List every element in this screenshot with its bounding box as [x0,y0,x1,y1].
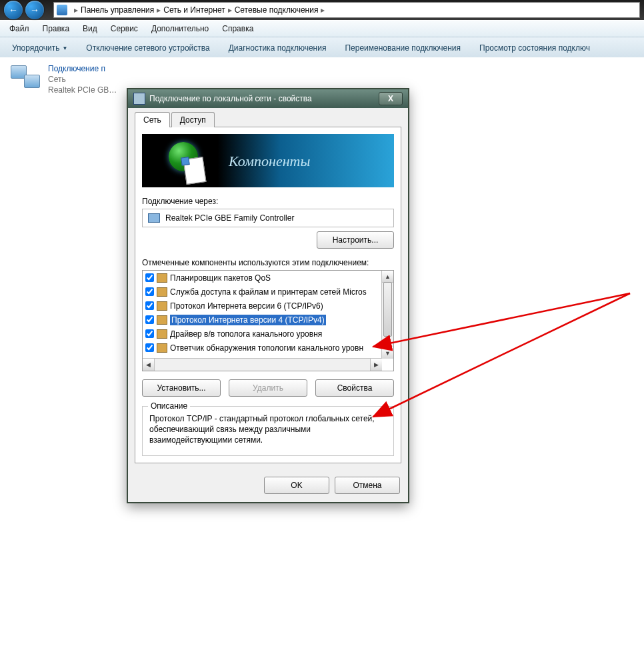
close-button[interactable]: X [379,92,403,105]
organize-button[interactable]: Упорядочить ▼ [3,40,77,56]
breadcrumb-item[interactable]: Панель управления [81,5,154,15]
menu-view[interactable]: Вид [76,22,104,35]
scroll-thumb[interactable] [383,282,392,337]
list-item[interactable]: Служба доступа к файлам и принтерам сете… [143,285,382,299]
checklist-icon [183,157,207,185]
toolbar: Упорядочить ▼ Отключение сетевого устрой… [0,37,644,59]
description-group: Описание Протокол TCP/IP - стандартный п… [142,406,394,456]
chevron-right-icon: ▸ [157,5,161,15]
list-item[interactable]: Планировщик пакетов QoS [143,271,382,285]
rename-button[interactable]: Переименование подключения [335,40,470,56]
component-icon [157,301,167,311]
list-item[interactable]: Ответчик обнаружения топологии канальног… [143,341,382,355]
dialog-title: Подключение по локальной сети - свойства [149,94,379,103]
nic-icon [148,213,160,223]
menu-advanced[interactable]: Дополнительно [145,22,215,35]
scroll-down-icon[interactable]: ▼ [382,347,393,359]
dialog-footer: OK Отмена [128,470,408,502]
connection-icon [9,64,41,92]
install-button[interactable]: Установить... [142,379,221,397]
component-label: Ответчик обнаружения топологии канальног… [170,343,363,353]
list-item[interactable]: Протокол Интернета версии 6 (TCP/IPv6) [143,299,382,313]
component-icon [157,315,167,325]
scroll-right-icon[interactable]: ▶ [370,359,382,371]
menu-edit[interactable]: Правка [36,22,77,35]
connect-via-label: Подключение через: [142,197,394,206]
ok-button[interactable]: OK [264,477,329,494]
component-icon [157,329,167,339]
connection-adapter: Realtek PCIe GB… [48,85,117,95]
component-checkbox[interactable] [145,315,154,324]
menu-file[interactable]: Файл [3,22,36,35]
component-buttons: Установить... Удалить Свойства [142,379,394,397]
breadcrumb-item[interactable]: Сетевые подключения [235,5,319,15]
menu-help[interactable]: Справка [215,22,260,35]
back-button[interactable]: ← [4,1,23,19]
vertical-scrollbar[interactable]: ▲ ▼ [381,271,393,359]
component-label: Планировщик пакетов QoS [170,273,271,283]
chevron-right-icon: ▸ [74,5,78,15]
connection-status: Сеть [48,75,117,84]
menu-tools[interactable]: Сервис [104,22,145,35]
cancel-button[interactable]: Отмена [335,477,400,494]
adapter-name: Realtek PCIe GBE Family Controller [165,213,294,223]
properties-button[interactable]: Свойства [315,379,394,397]
tab-access[interactable]: Доступ [171,112,215,127]
network-icon [57,5,67,15]
component-checkbox[interactable] [145,273,154,282]
properties-dialog: Подключение по локальной сети - свойства… [127,88,409,503]
tab-network[interactable]: Сеть [135,112,170,127]
component-label: Драйвер в/в тополога канального уровня [170,329,322,339]
tabpage-network: Компоненты Подключение через: Realtek PC… [135,127,401,463]
titlebar: ← → ▸ Панель управления ▸ Сеть и Интерне… [0,0,644,20]
chevron-right-icon: ▸ [228,5,232,15]
chevron-down-icon: ▼ [62,45,67,51]
breadcrumb[interactable]: ▸ Панель управления ▸ Сеть и Интернет ▸ … [53,2,640,18]
component-label: Служба доступа к файлам и принтерам сете… [170,287,367,297]
organize-label: Упорядочить [12,43,59,53]
description-text: Протокол TCP/IP - стандартный протокол г… [149,413,387,446]
adapter-icon [133,93,145,105]
forward-button[interactable]: → [25,1,44,19]
component-label: Протокол Интернета версии 6 (TCP/IPv6) [170,301,323,311]
view-status-button[interactable]: Просмотр состояния подключ [470,40,599,56]
scroll-up-icon[interactable]: ▲ [382,271,393,283]
component-icon [157,343,167,353]
connection-name: Подключение п [48,64,117,73]
tabs: Сеть Доступ [135,112,401,127]
component-checkbox[interactable] [145,301,154,310]
adapter-field: Realtek PCIe GBE Family Controller [142,209,394,227]
list-item[interactable]: Протокол Интернета версии 4 (TCP/IPv4) [143,313,382,327]
connection-text: Подключение п Сеть Realtek PCIe GB… [48,64,117,95]
dialog-titlebar[interactable]: Подключение по локальной сети - свойства… [128,89,408,108]
diagnose-button[interactable]: Диагностика подключения [219,40,336,56]
component-checkbox[interactable] [145,329,154,338]
banner-text: Компоненты [229,153,310,170]
component-icon [157,287,167,297]
component-checkbox[interactable] [145,287,154,296]
component-checkbox[interactable] [145,343,154,352]
list-item[interactable]: Драйвер в/в тополога канального уровня [143,327,382,341]
breadcrumb-item[interactable]: Сеть и Интернет [163,5,225,15]
disable-device-button[interactable]: Отключение сетевого устройства [77,40,219,56]
horizontal-scrollbar[interactable]: ◀ ▶ [143,358,382,371]
configure-button[interactable]: Настроить... [317,231,394,249]
menubar: Файл Правка Вид Сервис Дополнительно Спр… [0,20,644,37]
dialog-body: Сеть Доступ Компоненты Подключение через… [128,108,408,470]
component-label: Протокол Интернета версии 4 (TCP/IPv4) [170,315,326,325]
components-label: Отмеченные компоненты используются этим … [142,258,394,267]
description-legend: Описание [148,401,190,411]
components-listbox[interactable]: Планировщик пакетов QoSСлужба доступа к … [142,270,394,371]
uninstall-button: Удалить [229,379,307,397]
components-banner: Компоненты [142,134,394,187]
chevron-right-icon: ▸ [321,5,325,15]
scroll-left-icon[interactable]: ◀ [143,359,155,371]
component-icon [157,273,167,283]
